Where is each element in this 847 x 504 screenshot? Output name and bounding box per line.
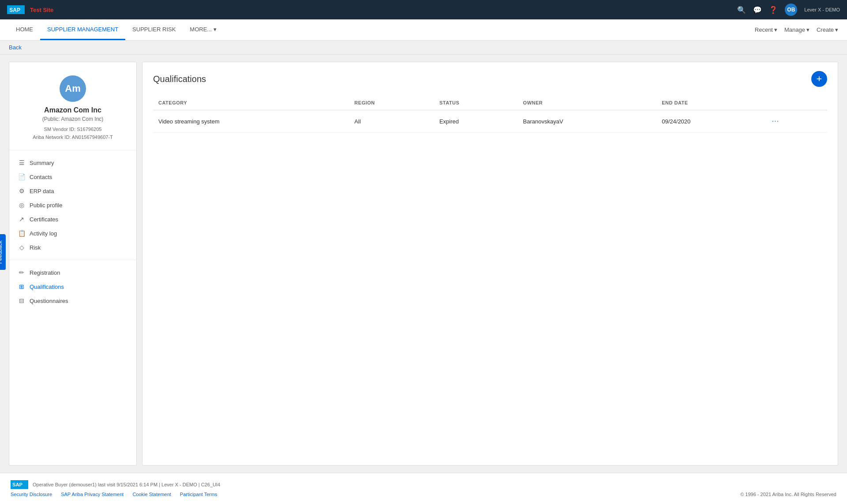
back-link[interactable]: Back: [9, 44, 22, 51]
col-header-category: CATEGORY: [153, 96, 349, 110]
contacts-icon: 📄: [18, 173, 25, 180]
footer-copyright: © 1996 - 2021 Ariba Inc. All Rights Rese…: [217, 492, 836, 497]
footer-link-cookie[interactable]: Cookie Statement: [132, 492, 171, 497]
test-site-label: Test Site: [30, 7, 53, 13]
nav-left: HOME SUPPLIER MANAGEMENT SUPPLIER RISK M…: [9, 20, 224, 40]
cell-category: Video streaming system: [153, 110, 349, 133]
nav-menu-item-questionnaires[interactable]: ⊟ Questionnaires: [9, 294, 136, 308]
breadcrumb: Back: [0, 41, 847, 55]
svg-text:SAP: SAP: [9, 7, 20, 13]
left-panel: Am Amazon Com Inc (Public: Amazon Com In…: [9, 62, 137, 466]
ariba-network-id: Ariba Network ID: AN01567949607-T: [33, 134, 113, 142]
cell-end-date: 09/24/2020: [656, 110, 764, 133]
table-row: Video streaming system All Expired Baran…: [153, 110, 827, 133]
sm-vendor-id: SM Vendor ID: S16796205: [33, 126, 113, 134]
help-icon[interactable]: ❓: [769, 6, 778, 14]
svg-text:SAP: SAP: [12, 482, 23, 487]
summary-icon: ☰: [18, 159, 25, 166]
table-body: Video streaming system All Expired Baran…: [153, 110, 827, 133]
create-dropdown[interactable]: Create ▾: [817, 26, 838, 33]
manage-dropdown[interactable]: Manage ▾: [784, 26, 810, 33]
footer-links: Security Disclosure SAP Ariba Privacy St…: [11, 492, 217, 497]
top-bar: SAP Test Site 🔍 💬 ❓ OB Lever X - DEMO: [0, 0, 847, 19]
col-header-end-date: END DATE: [656, 96, 764, 110]
user-avatar[interactable]: OB: [785, 4, 797, 16]
profile-icon: ◎: [18, 202, 25, 209]
nav-menu-item-label: Contacts: [30, 174, 52, 180]
nav-menu-item-label: Risk: [30, 244, 41, 251]
main-nav-menu: ☰ Summary 📄 Contacts ⚙ ERP data ◎ Public…: [9, 150, 136, 260]
add-qualification-button[interactable]: +: [811, 71, 827, 87]
cell-actions: ···: [764, 110, 827, 133]
certificates-icon: ↗: [18, 216, 25, 223]
section-nav-menu: ✏ Registration ⊞ Qualifications ⊟ Questi…: [9, 260, 136, 313]
erp-icon: ⚙: [18, 187, 25, 194]
nav-right: Recent ▾ Manage ▾ Create ▾: [755, 26, 838, 33]
nav-menu-item-label: Activity log: [30, 230, 57, 237]
nav-menu-item-erp-data[interactable]: ⚙ ERP data: [9, 184, 136, 198]
footer-info: Operative Buyer (demouser1) last visit 9…: [33, 482, 220, 487]
qualifications-icon: ⊞: [18, 283, 25, 290]
col-header-region: REGION: [349, 96, 434, 110]
top-bar-left: SAP Test Site: [7, 5, 53, 14]
feedback-tab[interactable]: Feedback: [0, 234, 6, 270]
main-content: Am Amazon Com Inc (Public: Amazon Com In…: [0, 55, 847, 473]
registration-icon: ✏: [18, 269, 25, 276]
nav-menu-item-contacts[interactable]: 📄 Contacts: [9, 170, 136, 184]
risk-icon: ◇: [18, 244, 25, 251]
nav-menu-item-registration[interactable]: ✏ Registration: [9, 265, 136, 280]
nav-menu-item-label: Public profile: [30, 202, 62, 209]
nav-menu-item-label: Summary: [30, 160, 54, 166]
nav-menu-item-risk[interactable]: ◇ Risk: [9, 240, 136, 254]
footer-link-participant[interactable]: Participant Terms: [180, 492, 217, 497]
nav-menu-item-public-profile[interactable]: ◎ Public profile: [9, 198, 136, 212]
table-header: CATEGORY REGION STATUS OWNER END DATE: [153, 96, 827, 110]
footer: SAP Operative Buyer (demouser1) last vis…: [0, 473, 847, 504]
nav-item-supplier-risk[interactable]: SUPPLIER RISK: [125, 20, 183, 40]
footer-link-privacy[interactable]: SAP Ariba Privacy Statement: [61, 492, 124, 497]
sap-logo[interactable]: SAP: [7, 5, 25, 14]
search-icon[interactable]: 🔍: [737, 6, 746, 14]
supplier-ids: SM Vendor ID: S16796205 Ariba Network ID…: [33, 126, 113, 141]
chevron-down-icon: ▾: [806, 26, 810, 33]
lever-label: Lever X - DEMO: [804, 7, 840, 12]
nav-menu-item-label: Questionnaires: [30, 298, 68, 304]
cell-region: All: [349, 110, 434, 133]
footer-bottom: Security Disclosure SAP Ariba Privacy St…: [11, 492, 836, 497]
nav-menu-item-activity-log[interactable]: 📋 Activity log: [9, 226, 136, 240]
qualifications-table: CATEGORY REGION STATUS OWNER END DATE Vi…: [153, 96, 827, 133]
top-bar-right: 🔍 💬 ❓ OB Lever X - DEMO: [737, 4, 840, 16]
supplier-name: Amazon Com Inc: [44, 106, 101, 114]
row-actions-button[interactable]: ···: [769, 116, 782, 126]
nav-menu-item-certificates[interactable]: ↗ Certificates: [9, 212, 136, 226]
col-header-actions: [764, 96, 827, 110]
right-panel: Qualifications + CATEGORY REGION STATUS …: [142, 62, 838, 466]
nav-item-supplier-management[interactable]: SUPPLIER MANAGEMENT: [40, 20, 125, 40]
supplier-public-name: (Public: Amazon Com Inc): [42, 116, 104, 122]
chat-icon[interactable]: 💬: [753, 6, 762, 14]
nav-menu-item-qualifications[interactable]: ⊞ Qualifications: [9, 280, 136, 294]
nav-menu-item-summary[interactable]: ☰ Summary: [9, 156, 136, 170]
supplier-avatar: Am: [60, 75, 86, 102]
panel-title: Qualifications: [153, 74, 206, 84]
cell-owner: BaranovskayaV: [518, 110, 657, 133]
supplier-header: Am Amazon Com Inc (Public: Amazon Com In…: [9, 71, 136, 150]
nav-item-more[interactable]: MORE... ▾: [183, 20, 224, 40]
footer-top: SAP Operative Buyer (demouser1) last vis…: [11, 480, 836, 489]
nav-menu-item-label: Qualifications: [30, 284, 64, 290]
nav-menu-item-label: Registration: [30, 269, 60, 276]
footer-sap-logo: SAP: [11, 480, 28, 489]
chevron-down-icon: ▾: [214, 26, 217, 33]
cell-status: Expired: [434, 110, 518, 133]
nav-item-home[interactable]: HOME: [9, 20, 40, 40]
nav-menu-item-label: ERP data: [30, 188, 54, 194]
col-header-status: STATUS: [434, 96, 518, 110]
footer-link-security[interactable]: Security Disclosure: [11, 492, 52, 497]
nav-menu-item-label: Certificates: [30, 216, 58, 223]
chevron-down-icon: ▾: [835, 26, 838, 33]
activity-log-icon: 📋: [18, 230, 25, 237]
chevron-down-icon: ▾: [774, 26, 777, 33]
nav-bar: HOME SUPPLIER MANAGEMENT SUPPLIER RISK M…: [0, 19, 847, 41]
recent-dropdown[interactable]: Recent ▾: [755, 26, 777, 33]
questionnaires-icon: ⊟: [18, 297, 25, 304]
